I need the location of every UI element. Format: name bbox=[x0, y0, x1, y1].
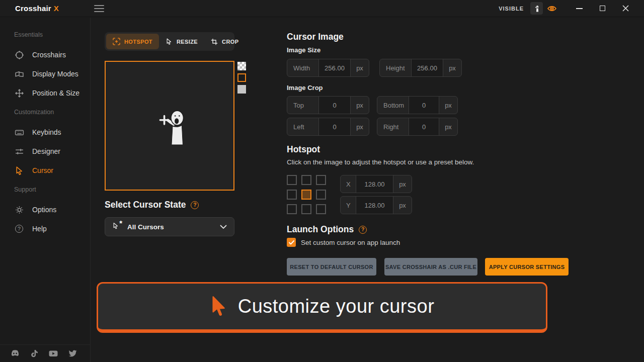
field-label: Height bbox=[380, 59, 411, 76]
keyboard-icon bbox=[14, 127, 24, 137]
tiktok-icon[interactable] bbox=[30, 349, 39, 358]
field-unit: px bbox=[443, 59, 461, 76]
field-value[interactable]: 256.00 bbox=[411, 59, 443, 76]
discord-icon[interactable] bbox=[11, 349, 20, 358]
cursor-icon bbox=[14, 165, 24, 175]
hotspot-y-field[interactable]: Y 128.00 px bbox=[340, 196, 412, 214]
hotspot-x-field[interactable]: X 128.00 px bbox=[340, 175, 412, 193]
field-label: Right bbox=[377, 118, 409, 135]
swatch-dark-selected[interactable] bbox=[237, 73, 246, 82]
help-icon[interactable]: ? bbox=[359, 226, 367, 234]
hotspot-preset-bottom-right[interactable] bbox=[316, 204, 326, 214]
sidebar-item-options[interactable]: Options bbox=[0, 200, 90, 219]
field-value[interactable]: 0 bbox=[318, 118, 351, 135]
set-custom-cursor-checkbox[interactable] bbox=[287, 238, 296, 247]
width-field[interactable]: Width 256.00 px bbox=[287, 59, 369, 77]
app-name: Crosshair bbox=[15, 4, 51, 13]
hotspot-preset-middle-left[interactable] bbox=[287, 190, 297, 200]
sidebar-item-position-size[interactable]: Position & Size bbox=[0, 83, 90, 103]
sidebar-item-help[interactable]: ? Help bbox=[0, 219, 90, 238]
check-icon bbox=[289, 240, 294, 245]
crop-bottom-field[interactable]: Bottom 0 px bbox=[377, 96, 458, 114]
sliders-icon bbox=[14, 146, 24, 156]
field-value[interactable]: 128.00 bbox=[356, 197, 393, 214]
tab-label: RESIZE bbox=[177, 39, 198, 45]
field-unit: px bbox=[351, 59, 369, 76]
launch-option-row: Set custom cursor on app launch bbox=[287, 238, 400, 247]
field-unit: px bbox=[393, 175, 412, 193]
save-crosshair-cur-file-button[interactable]: SAVE CROSSHAIR AS .CUR FILE bbox=[384, 258, 477, 276]
dropdown-selected-value: All Cursors bbox=[127, 223, 164, 231]
hotspot-preset-top-center[interactable] bbox=[301, 175, 311, 185]
tab-resize[interactable]: RESIZE bbox=[159, 34, 204, 49]
help-icon[interactable]: ? bbox=[191, 201, 199, 209]
minimize-button[interactable] bbox=[568, 0, 591, 17]
sidebar-item-display-modes[interactable]: Display Modes bbox=[0, 64, 90, 83]
cursor-preview-canvas[interactable] bbox=[105, 61, 234, 191]
apply-cursor-settings-button[interactable]: APPLY CURSOR SETTINGS bbox=[485, 258, 569, 276]
height-field[interactable]: Height 256.00 px bbox=[379, 59, 462, 77]
swatch-light-gray[interactable] bbox=[237, 85, 246, 94]
hotspot-preset-top-left[interactable] bbox=[287, 175, 297, 185]
hotspot-preset-center[interactable] bbox=[301, 190, 311, 200]
all-cursors-icon: * bbox=[112, 222, 121, 232]
launch-options-heading: Launch Options ? bbox=[287, 224, 367, 235]
customize-cursor-banner: Customize your cursor bbox=[97, 282, 547, 333]
tab-hotspot[interactable]: HOTSPOT bbox=[106, 34, 159, 49]
field-value[interactable]: 0 bbox=[318, 97, 351, 114]
cursor-state-dropdown[interactable]: * All Cursors bbox=[105, 217, 234, 236]
image-crop-label: Image Crop bbox=[287, 84, 323, 92]
sidebar-item-cursor[interactable]: Cursor bbox=[0, 161, 90, 180]
hotspot-preset-bottom-center[interactable] bbox=[301, 204, 311, 214]
sidebar-item-label: Help bbox=[32, 225, 47, 233]
youtube-icon[interactable] bbox=[49, 349, 58, 358]
cursor-tabbar: HOTSPOT RESIZE CROP bbox=[105, 32, 234, 51]
sidebar-item-label: Position & Size bbox=[32, 89, 79, 97]
swatch-checker-transparency[interactable] bbox=[237, 62, 246, 70]
crop-left-field[interactable]: Left 0 px bbox=[287, 118, 369, 136]
hotspot-preset-bottom-left[interactable] bbox=[287, 204, 297, 214]
twitter-icon[interactable] bbox=[68, 349, 77, 358]
resize-cursor-icon bbox=[166, 38, 173, 45]
sidebar-item-crosshairs[interactable]: Crosshairs bbox=[0, 45, 90, 64]
cursor-preview-thumbnail[interactable] bbox=[530, 2, 543, 15]
reset-to-default-cursor-button[interactable]: RESET TO DEFAULT CURSOR bbox=[287, 258, 376, 276]
hotspot-preset-grid bbox=[287, 175, 326, 214]
tab-label: HOTSPOT bbox=[124, 39, 152, 45]
maximize-button[interactable] bbox=[591, 0, 614, 17]
heading-text: Launch Options bbox=[287, 224, 354, 235]
field-label: Y bbox=[341, 197, 356, 214]
field-value[interactable]: 0 bbox=[409, 118, 439, 135]
crop-right-field[interactable]: Right 0 px bbox=[377, 118, 458, 136]
preview-background-swatches bbox=[237, 62, 246, 94]
sidebar-item-label: Designer bbox=[32, 147, 60, 155]
gear-icon bbox=[14, 205, 24, 215]
sidebar-section-customization: Customization bbox=[14, 108, 90, 116]
field-value[interactable]: 0 bbox=[409, 97, 439, 114]
hotspot-icon bbox=[113, 38, 120, 45]
visible-status-label: VISIBLE bbox=[499, 6, 524, 12]
hotspot-preset-top-right[interactable] bbox=[316, 175, 326, 185]
sidebar-item-label: Display Modes bbox=[32, 70, 78, 78]
help-icon: ? bbox=[14, 224, 24, 234]
sidebar-item-designer[interactable]: Designer bbox=[0, 142, 90, 161]
checkbox-label: Set custom cursor on app launch bbox=[301, 239, 400, 246]
field-value[interactable]: 128.00 bbox=[356, 175, 393, 193]
field-value[interactable]: 256.00 bbox=[318, 59, 351, 76]
move-icon bbox=[14, 88, 24, 98]
app-window: Crosshair X VISIBLE bbox=[0, 0, 644, 362]
tab-crop[interactable]: CROP bbox=[204, 34, 245, 49]
orange-cursor-icon bbox=[210, 296, 227, 318]
close-button[interactable] bbox=[614, 0, 637, 17]
crop-top-field[interactable]: Top 0 px bbox=[287, 96, 369, 114]
custom-cursor-mini-image bbox=[533, 5, 540, 12]
custom-cursor-image bbox=[153, 106, 193, 146]
menu-icon[interactable] bbox=[94, 5, 104, 12]
field-label: Left bbox=[287, 118, 318, 135]
sidebar-item-keybinds[interactable]: Keybinds bbox=[0, 123, 90, 142]
visibility-eye-icon[interactable] bbox=[547, 5, 556, 12]
hotspot-preset-middle-right[interactable] bbox=[316, 190, 326, 200]
hotspot-heading: Hotspot bbox=[287, 144, 320, 155]
sidebar-item-label: Options bbox=[32, 206, 56, 214]
field-label: Top bbox=[287, 97, 318, 114]
